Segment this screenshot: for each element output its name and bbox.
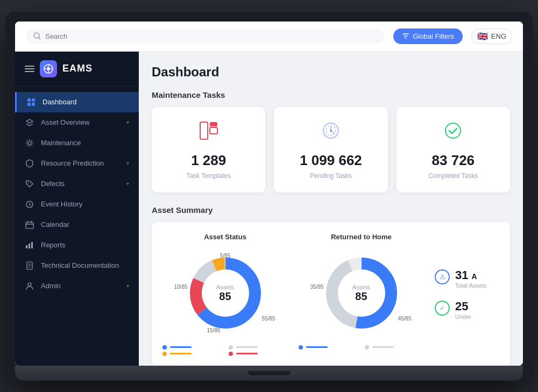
sidebar-item-label: Maintenance [41, 139, 81, 147]
task-templates-icon [198, 120, 220, 146]
sidebar-item-defects[interactable]: Defects ▾ [15, 174, 139, 194]
under-stat-label: Under [455, 313, 471, 320]
sidebar-item-event-history[interactable]: Event History [15, 194, 139, 215]
svg-point-13 [28, 182, 29, 183]
sidebar-item-label: Dashboard [43, 98, 77, 106]
svg-point-29 [445, 123, 461, 138]
legend-item-orange [162, 352, 222, 356]
legend-item-red [229, 352, 288, 356]
filter-icon [402, 32, 409, 40]
legend2-line-blue [306, 346, 328, 348]
shield-icon [25, 159, 34, 168]
returned-to-home-chart: Returned to Home 35/85 45/85 [299, 233, 424, 356]
svg-point-20 [28, 283, 31, 286]
svg-point-28 [330, 130, 332, 132]
chart1-center-label: Assets [216, 283, 234, 290]
sidebar-item-label: Asset Overview [41, 118, 89, 126]
laptop-notch [247, 371, 291, 375]
grid-icon [26, 97, 36, 107]
asset-status-title: Asset Status [204, 233, 246, 241]
svg-rect-16 [26, 245, 27, 248]
completed-tasks-value: 83 726 [432, 152, 475, 169]
sidebar-item-admin[interactable]: Admin ▾ [15, 276, 139, 296]
returned-to-home-title: Returned to Home [331, 233, 392, 241]
chart2-center-label: Assets [352, 283, 370, 290]
legend-dot-orange [162, 352, 167, 356]
legend-line-red [236, 353, 258, 354]
sidebar-item-asset-overview[interactable]: Asset Overview ▾ [15, 112, 139, 133]
task-templates-value: 1 289 [191, 152, 226, 169]
svg-rect-23 [210, 122, 217, 126]
pending-tasks-card: 1 099 662 Pending Tasks [274, 107, 387, 193]
svg-rect-22 [210, 127, 217, 134]
svg-rect-10 [27, 103, 31, 106]
legend2-item-blue [299, 345, 358, 350]
legend-line-gray [236, 346, 258, 348]
sidebar-item-label: Calendar [41, 220, 69, 229]
task-templates-card: 1 289 Task Templates [152, 107, 265, 193]
svg-rect-17 [29, 244, 30, 248]
sidebar-item-label: Technical Documentation [41, 261, 119, 269]
document-icon [25, 261, 34, 270]
check-icon: ✓ [435, 301, 450, 316]
chart2-center-value: 85 [352, 290, 370, 302]
page-title: Dashboard [152, 65, 510, 80]
chevron-down-icon: ▾ [126, 160, 129, 166]
svg-rect-11 [32, 103, 35, 106]
flag-icon: 🇬🇧 [477, 31, 488, 41]
legend2-item-gray [365, 345, 424, 350]
legend2-dot-gray [365, 345, 369, 350]
legend2-dot-blue [299, 345, 303, 350]
legend-dot-blue [162, 345, 167, 350]
svg-point-12 [28, 141, 31, 145]
chevron-down-icon: ▾ [126, 181, 129, 187]
total-assets-label: Total Assets [455, 282, 487, 289]
asset-summary-title: Asset Summary [152, 205, 510, 215]
svg-rect-18 [31, 242, 33, 248]
chart2-legend [299, 345, 424, 350]
sidebar-item-label: Resource Prediction [41, 159, 104, 167]
clock-icon [25, 199, 34, 209]
svg-rect-9 [32, 98, 35, 102]
legend-dot-gray [229, 345, 233, 350]
sidebar-item-label: Reports [41, 241, 66, 249]
sidebar-item-calendar[interactable]: Calendar [15, 215, 139, 235]
sidebar: EAMS [15, 52, 139, 366]
chart1-legend [162, 345, 288, 356]
sidebar-item-maintenance[interactable]: Maintenance [15, 133, 139, 153]
search-area[interactable] [26, 29, 385, 44]
tag-icon [25, 179, 34, 189]
sidebar-item-technical-documentation[interactable]: Technical Documentation [15, 255, 139, 276]
language-selector[interactable]: 🇬🇧 ENG [471, 28, 512, 44]
laptop-base [15, 366, 523, 381]
maintenance-tasks-title: Maintenance Tasks [152, 90, 510, 99]
svg-point-3 [47, 67, 50, 70]
asset-status-chart: Asset Status 5/85 10/85 55/85 15/85 [162, 233, 288, 356]
search-input[interactable] [45, 32, 153, 40]
calendar-icon [25, 220, 34, 230]
asset-charts-row: Asset Status 5/85 10/85 55/85 15/85 [162, 233, 499, 356]
total-assets-stat: ⚠ 31 A Total Assets [435, 268, 499, 289]
maintenance-task-cards: 1 289 Task Templates [152, 107, 510, 193]
asset-summary-panel: Asset Status 5/85 10/85 55/85 15/85 [152, 222, 510, 366]
sidebar-item-reports[interactable]: Reports [15, 235, 139, 255]
sidebar-item-label: Defects [41, 180, 65, 188]
app-name: EAMS [62, 63, 93, 74]
svg-rect-21 [200, 122, 208, 139]
pending-tasks-label: Pending Tasks [310, 172, 352, 180]
global-filters-button[interactable]: Global Filters [393, 28, 463, 44]
sidebar-item-label: Event History [41, 200, 82, 208]
main-content: Dashboard Maintenance Tasks [139, 52, 523, 366]
svg-rect-15 [26, 222, 33, 229]
completed-tasks-label: Completed Tasks [428, 172, 478, 180]
logo-icon [40, 60, 57, 77]
chevron-down-icon: ▾ [126, 119, 129, 125]
sidebar-item-dashboard[interactable]: Dashboard [15, 92, 139, 112]
maintenance-tasks-section: Maintenance Tasks [152, 90, 510, 193]
legend-line-orange [170, 353, 192, 354]
hamburger-menu[interactable] [25, 66, 34, 72]
chevron-down-icon: ▾ [126, 283, 129, 289]
search-icon [33, 32, 41, 40]
legend2-line-gray [372, 346, 394, 348]
sidebar-item-resource-prediction[interactable]: Resource Prediction ▾ [15, 153, 139, 174]
